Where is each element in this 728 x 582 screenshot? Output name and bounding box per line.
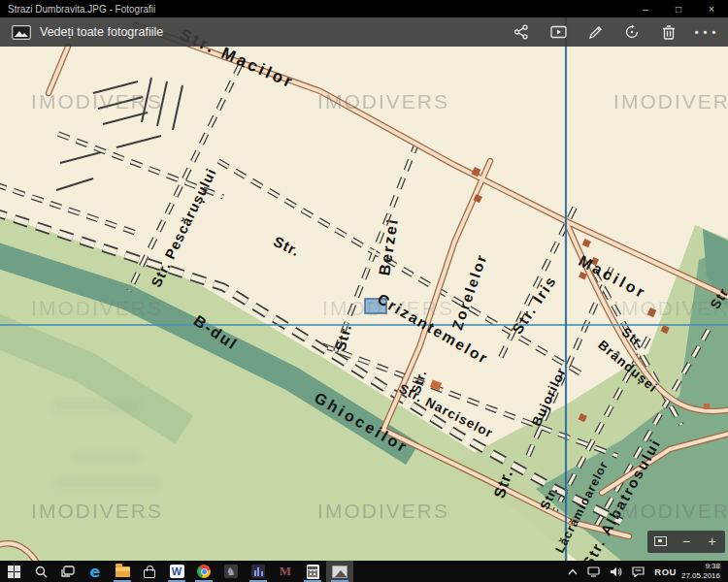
taskbar-app-chrome[interactable] bbox=[190, 561, 217, 582]
taskbar-app-dark[interactable]: ♞ bbox=[217, 561, 245, 582]
taskbar-app-store[interactable] bbox=[136, 561, 163, 582]
tray-date: 27.05.2016 bbox=[681, 571, 720, 581]
tray-chevron-icon[interactable] bbox=[563, 561, 582, 582]
screen: Str. MacilorStr. PescărușuluiStr.Crizant… bbox=[0, 0, 728, 582]
task-view-button[interactable] bbox=[54, 561, 82, 582]
toolbar-actions: • • • bbox=[503, 17, 728, 47]
chrome-icon bbox=[197, 565, 211, 578]
file-explorer-icon bbox=[116, 566, 130, 577]
tray-action-center-icon[interactable] bbox=[627, 561, 649, 582]
watermark: IMODIVERS bbox=[31, 90, 163, 113]
taskbar-app-photos[interactable] bbox=[326, 561, 353, 582]
tray-network-icon[interactable] bbox=[582, 561, 605, 582]
watermark: IMODIVERS bbox=[317, 90, 449, 113]
share-icon[interactable] bbox=[503, 17, 540, 47]
window-title: Strazi Dumbravita.JPG - Fotografii bbox=[0, 4, 629, 15]
taskbar-app-edge[interactable]: e bbox=[82, 561, 109, 582]
watermark: IMODIVERS bbox=[322, 297, 454, 320]
title-bar: Strazi Dumbravita.JPG - Fotografii – □ × bbox=[0, 0, 728, 17]
fit-to-window-icon[interactable] bbox=[648, 531, 672, 553]
zoom-in-button[interactable]: + bbox=[701, 531, 724, 553]
m-app-icon: M bbox=[280, 564, 291, 579]
photos-toolbar: Vedeți toate fotografiile bbox=[0, 17, 728, 47]
view-all-photos-label: Vedeți toate fotografiile bbox=[40, 25, 163, 39]
watermark: IMODIVERS bbox=[613, 90, 728, 113]
tray-clock[interactable]: 9:38 27.05.2016 bbox=[681, 562, 728, 580]
taskbar-app-music[interactable] bbox=[245, 561, 272, 582]
edge-icon: e bbox=[90, 563, 101, 581]
watermark: IMODIVERS bbox=[31, 500, 163, 523]
taskbar-app-m[interactable]: M bbox=[272, 561, 299, 582]
watermark: IMODIVERS bbox=[317, 500, 449, 523]
dark-app-icon: ♞ bbox=[224, 565, 238, 578]
map-faint-print bbox=[73, 452, 141, 462]
taskbar: e W ♞ M bbox=[0, 561, 728, 582]
more-icon[interactable]: • • • bbox=[687, 17, 724, 47]
view-all-photos-button[interactable]: Vedeți toate fotografiile bbox=[0, 17, 175, 47]
minimize-button[interactable]: – bbox=[629, 0, 662, 17]
system-tray: ROU 9:38 27.05.2016 bbox=[563, 561, 728, 582]
close-button[interactable]: × bbox=[695, 0, 728, 17]
watermark: IMODIVERS bbox=[613, 297, 728, 320]
taskbar-app-calculator[interactable] bbox=[299, 561, 326, 582]
word-icon: W bbox=[170, 565, 184, 578]
rotate-icon[interactable] bbox=[613, 17, 650, 47]
photos-icon bbox=[332, 566, 347, 578]
tray-language[interactable]: ROU bbox=[649, 561, 681, 582]
more-dots: • • • bbox=[695, 26, 717, 38]
image-zoom-bar: − + bbox=[647, 531, 725, 553]
calculator-icon bbox=[307, 565, 319, 579]
taskbar-app-file-explorer[interactable] bbox=[109, 561, 136, 582]
zoom-out-button[interactable]: − bbox=[675, 531, 698, 553]
tray-volume-icon[interactable] bbox=[605, 561, 627, 582]
map-faint-print bbox=[53, 478, 160, 490]
photo-map-dumbravita[interactable]: Str. MacilorStr. PescărușuluiStr.Crizant… bbox=[0, 17, 728, 561]
taskbar-app-word[interactable]: W bbox=[163, 561, 190, 582]
tray-time: 9:38 bbox=[681, 562, 720, 571]
search-icon[interactable] bbox=[27, 561, 54, 582]
slideshow-icon[interactable] bbox=[540, 17, 577, 47]
start-button[interactable] bbox=[0, 561, 27, 582]
watermark: IMODIVERS bbox=[613, 500, 728, 523]
music-app-icon bbox=[251, 565, 265, 578]
maximize-button[interactable]: □ bbox=[662, 0, 695, 17]
delete-icon[interactable] bbox=[650, 17, 687, 47]
watermark: IMODIVERS bbox=[31, 297, 163, 320]
edit-icon[interactable] bbox=[577, 17, 613, 47]
photos-app-icon bbox=[12, 25, 31, 40]
map-faint-print bbox=[53, 401, 141, 412]
store-icon bbox=[144, 569, 155, 578]
